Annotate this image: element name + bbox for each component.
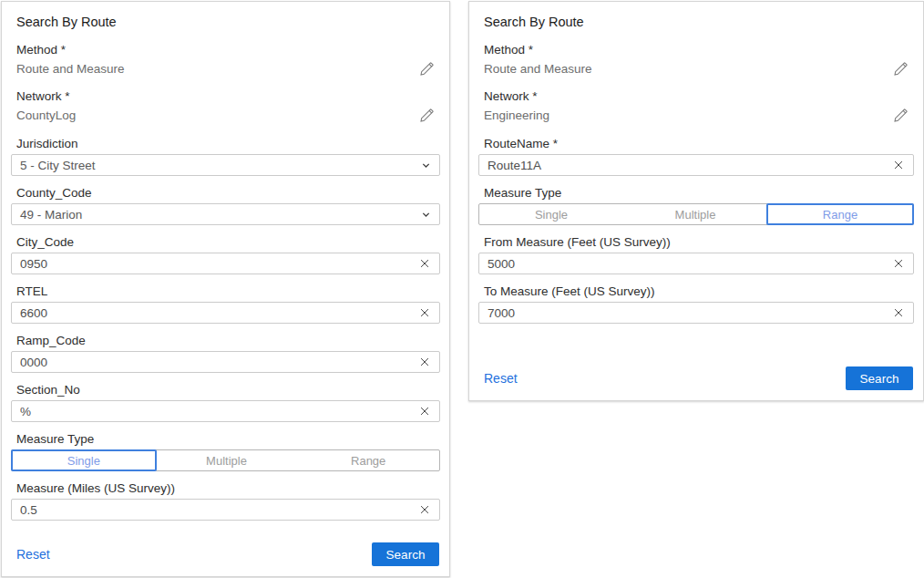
search-button[interactable]: Search: [372, 542, 439, 566]
chevron-down-icon: [421, 160, 431, 170]
edit-pencil-icon[interactable]: [419, 108, 435, 123]
route-name-field: [478, 154, 914, 176]
method-row: Route and Measure: [484, 61, 909, 77]
ramp-code-field: [11, 351, 440, 373]
network-label: Network *: [484, 88, 909, 104]
route-name-input[interactable]: [488, 159, 892, 172]
county-code-label: County_Code: [16, 185, 435, 201]
clear-x-icon[interactable]: [418, 356, 431, 368]
measure-type-label: Measure Type: [16, 431, 435, 447]
panel-title: Search By Route: [16, 14, 435, 30]
method-value: Route and Measure: [16, 62, 125, 76]
panel-footer: Reset Search: [478, 366, 913, 390]
clear-x-icon[interactable]: [892, 257, 905, 270]
search-button[interactable]: Search: [846, 366, 913, 390]
county-code-selected-value: 49 - Marion: [20, 208, 421, 222]
segment-single[interactable]: Single: [11, 449, 157, 471]
city-code-label: City_Code: [16, 234, 435, 250]
panel-title: Search By Route: [484, 14, 909, 30]
jurisdiction-selected-value: 5 - City Street: [20, 159, 421, 172]
network-label: Network *: [16, 88, 435, 104]
city-code-field: [11, 253, 440, 274]
to-measure-label: To Measure (Feet (US Survey)): [484, 284, 909, 299]
clear-x-icon[interactable]: [418, 306, 431, 319]
clear-x-icon[interactable]: [892, 159, 905, 171]
reset-link[interactable]: Reset: [484, 371, 518, 386]
method-label: Method *: [16, 42, 435, 57]
segment-range[interactable]: Range: [297, 450, 439, 470]
network-value: CountyLog: [16, 108, 76, 122]
clear-x-icon[interactable]: [418, 257, 431, 270]
segment-single[interactable]: Single: [479, 204, 623, 224]
from-measure-field: [478, 253, 914, 274]
search-by-route-panel-right: Search By Route Method * Route and Measu…: [468, 1, 924, 401]
segment-multiple[interactable]: Multiple: [156, 450, 298, 470]
network-row: Engineering: [484, 108, 909, 123]
section-no-label: Section_No: [16, 382, 435, 397]
method-value: Route and Measure: [484, 62, 592, 76]
from-measure-input[interactable]: [488, 257, 892, 271]
section-no-field: [11, 400, 440, 422]
measure-type-segmented: Single Multiple Range: [478, 203, 914, 225]
panel-footer: Reset Search: [11, 542, 439, 566]
rtel-input[interactable]: [20, 306, 418, 320]
measure-type-segmented: Single Multiple Range: [11, 449, 440, 471]
ramp-code-label: Ramp_Code: [16, 333, 435, 348]
method-row: Route and Measure: [16, 61, 435, 77]
page-canvas: Search By Route Method * Route and Measu…: [0, 0, 924, 578]
section-no-input[interactable]: [20, 405, 418, 418]
to-measure-input[interactable]: [488, 306, 892, 320]
clear-x-icon[interactable]: [418, 503, 431, 516]
rtel-label: RTEL: [16, 284, 435, 299]
search-by-route-panel-left: Search By Route Method * Route and Measu…: [1, 1, 450, 577]
measure-field: [11, 499, 440, 521]
edit-pencil-icon[interactable]: [893, 108, 909, 123]
ramp-code-input[interactable]: [20, 356, 418, 369]
measure-input[interactable]: [20, 503, 418, 517]
county-code-select[interactable]: 49 - Marion: [11, 203, 440, 225]
measure-type-label: Measure Type: [484, 185, 909, 201]
reset-link[interactable]: Reset: [16, 547, 50, 562]
from-measure-label: From Measure (Feet (US Survey)): [484, 234, 909, 250]
clear-x-icon[interactable]: [418, 405, 431, 418]
chevron-down-icon: [421, 210, 431, 220]
to-measure-field: [478, 302, 914, 324]
jurisdiction-select[interactable]: 5 - City Street: [11, 154, 440, 176]
rtel-field: [11, 302, 440, 324]
method-label: Method *: [484, 42, 909, 57]
city-code-input[interactable]: [20, 257, 418, 271]
edit-pencil-icon[interactable]: [893, 61, 909, 77]
network-value: Engineering: [484, 108, 549, 122]
route-name-label: RouteName *: [484, 136, 909, 151]
segment-multiple[interactable]: Multiple: [623, 204, 767, 224]
measure-label: Measure (Miles (US Survey)): [16, 480, 435, 496]
jurisdiction-label: Jurisdiction: [16, 136, 435, 151]
segment-range[interactable]: Range: [766, 203, 914, 225]
edit-pencil-icon[interactable]: [419, 61, 435, 77]
network-row: CountyLog: [16, 108, 435, 123]
clear-x-icon[interactable]: [892, 306, 905, 319]
